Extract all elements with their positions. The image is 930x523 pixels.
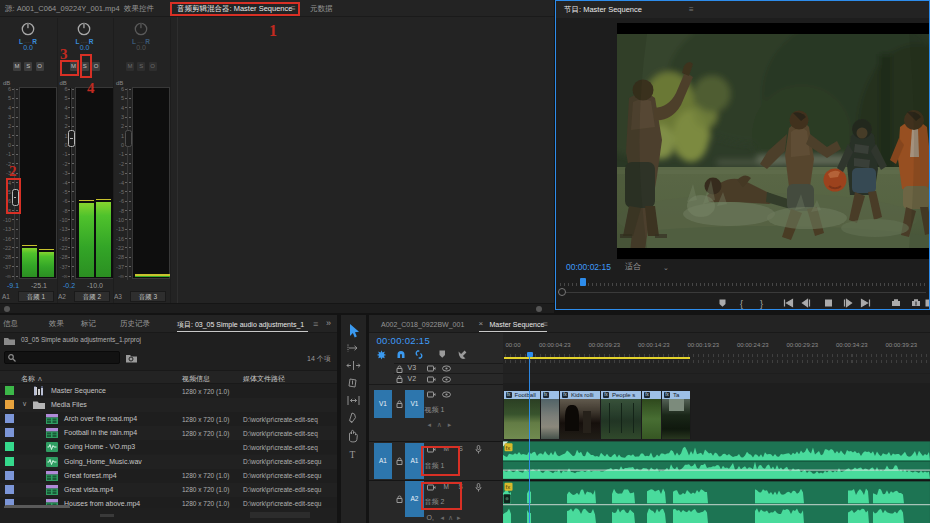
svg-text:fx: fx (506, 484, 511, 490)
svg-text:fx: fx (506, 444, 511, 450)
svg-text:T: T (350, 450, 356, 460)
svg-text:}: } (760, 299, 763, 309)
svg-text:{: { (740, 299, 743, 309)
